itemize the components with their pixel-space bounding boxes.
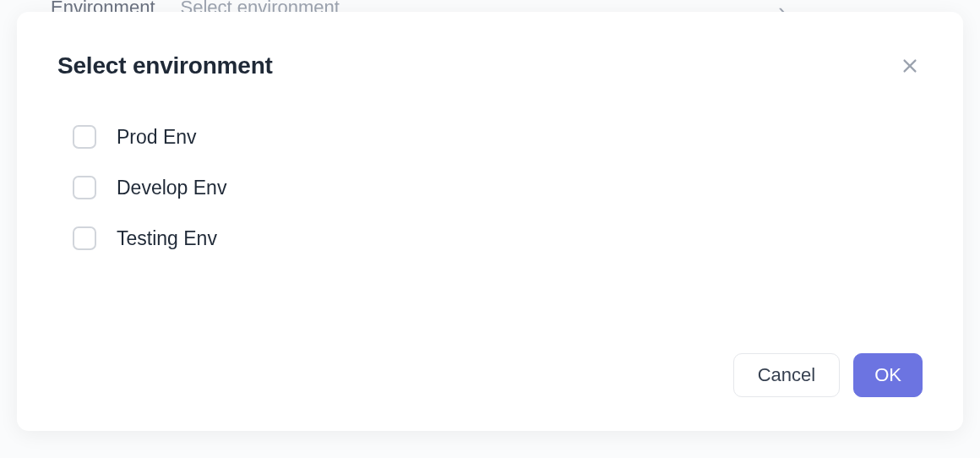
checkbox-testing-env[interactable]: [73, 226, 96, 250]
option-prod-env[interactable]: Prod Env: [73, 125, 923, 149]
modal-header: Select environment: [57, 52, 923, 79]
option-label: Testing Env: [117, 227, 217, 250]
ok-button[interactable]: OK: [853, 353, 923, 397]
option-develop-env[interactable]: Develop Env: [73, 176, 923, 199]
modal-footer: Cancel OK: [57, 353, 923, 397]
checkbox-prod-env[interactable]: [73, 125, 96, 149]
modal-title: Select environment: [57, 52, 273, 79]
cancel-button[interactable]: Cancel: [733, 353, 840, 397]
close-icon: [901, 57, 919, 75]
option-label: Develop Env: [117, 177, 226, 199]
option-testing-env[interactable]: Testing Env: [73, 226, 923, 250]
option-label: Prod Env: [117, 126, 197, 149]
options-list: Prod Env Develop Env Testing Env: [57, 125, 923, 333]
checkbox-develop-env[interactable]: [73, 176, 96, 199]
select-environment-modal: Select environment Prod Env Develop Env …: [17, 12, 963, 431]
close-button[interactable]: [897, 53, 923, 79]
